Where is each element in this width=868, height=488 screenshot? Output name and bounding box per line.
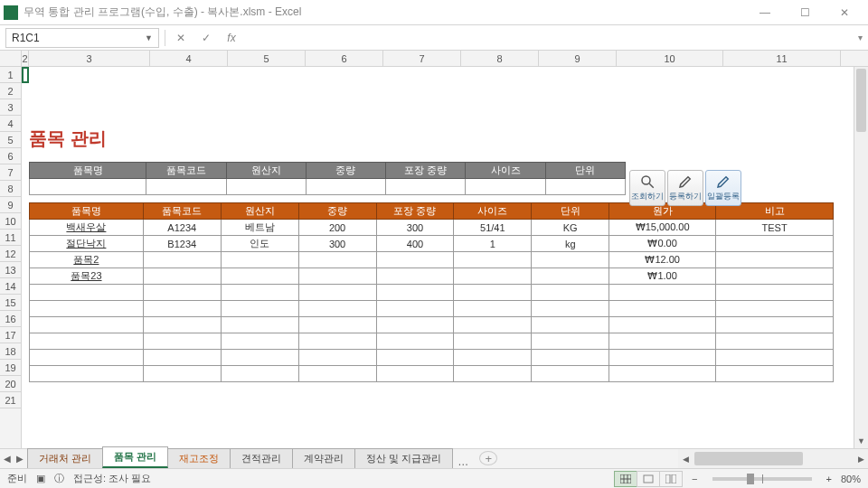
cell-origin[interactable] bbox=[221, 366, 298, 382]
search-button[interactable]: 조회하기 bbox=[629, 170, 665, 206]
fx-button[interactable]: fx bbox=[222, 28, 241, 48]
page-break-view-button[interactable] bbox=[659, 471, 683, 487]
cell-code[interactable] bbox=[143, 350, 221, 366]
cell-code[interactable] bbox=[143, 366, 221, 382]
cell-origin[interactable]: 베트남 bbox=[221, 220, 298, 236]
column-header[interactable]: 5 bbox=[228, 51, 306, 66]
column-header[interactable]: 4 bbox=[150, 51, 228, 66]
row-header[interactable]: 18 bbox=[0, 343, 21, 360]
cell-weight[interactable] bbox=[298, 285, 376, 301]
cell-size[interactable] bbox=[454, 366, 532, 382]
row-header[interactable]: 21 bbox=[0, 392, 21, 408]
column-header[interactable]: 9 bbox=[539, 51, 617, 66]
cell-pack[interactable]: 400 bbox=[376, 236, 454, 252]
cell-code[interactable] bbox=[143, 317, 221, 333]
cell-price[interactable] bbox=[609, 333, 716, 350]
cell-origin[interactable] bbox=[221, 350, 298, 366]
minimize-button[interactable]: — bbox=[745, 0, 785, 25]
cell-origin[interactable] bbox=[221, 268, 298, 285]
cell-note[interactable]: TEST bbox=[716, 220, 834, 236]
accept-formula-button[interactable]: ✓ bbox=[196, 28, 216, 48]
cell-unit[interactable] bbox=[532, 252, 609, 268]
row-header[interactable]: 12 bbox=[0, 246, 21, 262]
cell-unit[interactable]: KG bbox=[532, 220, 609, 236]
row-header[interactable]: 10 bbox=[0, 213, 21, 230]
cell-code[interactable]: A1234 bbox=[143, 220, 221, 236]
cell-price[interactable]: ₩1.00 bbox=[609, 268, 716, 285]
row-header[interactable]: 19 bbox=[0, 360, 21, 376]
row-header[interactable]: 2 bbox=[0, 83, 21, 99]
cell-unit[interactable] bbox=[532, 366, 609, 382]
cell-weight[interactable]: 200 bbox=[298, 220, 376, 236]
worksheet[interactable]: 품목 관리 품목명 품목코드 원산지 중량 포장 중량 사이즈 단위 bbox=[22, 67, 868, 448]
cell-pack[interactable] bbox=[376, 366, 454, 382]
cell-origin[interactable] bbox=[221, 317, 298, 333]
filter-input[interactable] bbox=[386, 179, 466, 195]
scroll-right-icon[interactable]: ▶ bbox=[854, 455, 868, 464]
column-header[interactable]: 8 bbox=[461, 51, 539, 66]
filter-input[interactable] bbox=[146, 179, 226, 195]
sheet-tab[interactable]: 계약관리 bbox=[292, 448, 355, 468]
cell-name[interactable] bbox=[30, 366, 144, 382]
row-header[interactable]: 8 bbox=[0, 181, 21, 197]
cell-size[interactable] bbox=[454, 268, 532, 285]
cell-weight[interactable] bbox=[298, 301, 376, 317]
cell-size[interactable] bbox=[454, 252, 532, 268]
cell-pack[interactable]: 300 bbox=[376, 220, 454, 236]
cell-size[interactable] bbox=[454, 333, 532, 350]
macro-icon[interactable]: ▣ bbox=[36, 473, 45, 484]
cell-weight[interactable] bbox=[298, 333, 376, 350]
cell-code[interactable]: B1234 bbox=[143, 236, 221, 252]
column-header[interactable]: 6 bbox=[306, 51, 383, 66]
cell-size[interactable] bbox=[454, 301, 532, 317]
register-button[interactable]: 등록하기 bbox=[667, 170, 703, 206]
cell-name[interactable] bbox=[30, 350, 144, 366]
cell-size[interactable] bbox=[454, 350, 532, 366]
bulk-register-button[interactable]: 일괄등록 bbox=[705, 170, 741, 206]
cell-name[interactable] bbox=[30, 333, 144, 350]
cell-weight[interactable] bbox=[298, 268, 376, 285]
chevron-down-icon[interactable]: ▼ bbox=[145, 33, 153, 42]
cell-origin[interactable]: 인도 bbox=[221, 236, 298, 252]
cell-price[interactable]: ₩15,000.00 bbox=[609, 220, 716, 236]
cell-code[interactable] bbox=[143, 268, 221, 285]
row-header[interactable]: 14 bbox=[0, 278, 21, 295]
sheet-tab[interactable]: 재고조정 bbox=[167, 448, 231, 468]
cell-weight[interactable] bbox=[298, 252, 376, 268]
horizontal-scrollbar[interactable]: ◀ ▶ bbox=[678, 449, 868, 468]
formula-input[interactable] bbox=[247, 28, 853, 48]
cell-pack[interactable] bbox=[376, 252, 454, 268]
row-header[interactable]: 11 bbox=[0, 230, 21, 246]
slider-handle[interactable] bbox=[747, 474, 754, 484]
row-header[interactable]: 1 bbox=[0, 67, 21, 83]
row-header[interactable]: 16 bbox=[0, 311, 21, 327]
cell-note[interactable] bbox=[716, 350, 834, 366]
filter-input[interactable] bbox=[306, 179, 385, 195]
row-header[interactable]: 5 bbox=[0, 132, 21, 148]
cell-size[interactable]: 1 bbox=[454, 236, 532, 252]
cell-weight[interactable] bbox=[298, 350, 376, 366]
cell-note[interactable] bbox=[716, 317, 834, 333]
name-box[interactable]: R1C1 ▼ bbox=[5, 28, 159, 48]
row-header[interactable]: 3 bbox=[0, 99, 21, 116]
scrollbar-thumb[interactable] bbox=[694, 452, 803, 465]
vertical-scrollbar[interactable]: ▼ bbox=[854, 67, 868, 448]
cell-unit[interactable] bbox=[532, 317, 609, 333]
scroll-left-icon[interactable]: ◀ bbox=[678, 455, 693, 464]
cell-price[interactable]: ₩0.00 bbox=[609, 236, 716, 252]
row-header[interactable]: 15 bbox=[0, 295, 21, 311]
cell-unit[interactable] bbox=[532, 268, 609, 285]
row-header[interactable]: 20 bbox=[0, 376, 21, 392]
column-header[interactable]: 3 bbox=[29, 51, 150, 66]
cell-origin[interactable] bbox=[221, 285, 298, 301]
cell-note[interactable] bbox=[716, 301, 834, 317]
cell-name[interactable]: 품목2 bbox=[30, 252, 144, 268]
cell-name[interactable] bbox=[30, 301, 144, 317]
cell-weight[interactable] bbox=[298, 366, 376, 382]
page-layout-view-button[interactable] bbox=[637, 471, 660, 487]
cell-note[interactable] bbox=[716, 252, 834, 268]
cell-origin[interactable] bbox=[221, 252, 298, 268]
cell-pack[interactable] bbox=[376, 285, 454, 301]
maximize-button[interactable]: ☐ bbox=[785, 0, 825, 25]
cell-price[interactable] bbox=[609, 285, 716, 301]
